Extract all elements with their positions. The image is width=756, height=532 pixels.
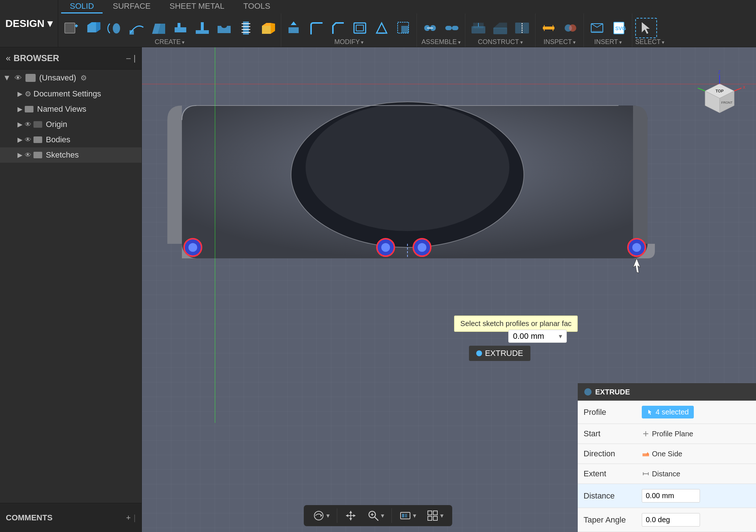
tree-item-named-views[interactable]: ▶ Named Views bbox=[0, 102, 142, 117]
select-icon-small bbox=[647, 409, 653, 416]
svg-marker-22 bbox=[262, 23, 271, 26]
tree-eye-bodies[interactable]: 👁 bbox=[25, 136, 31, 144]
zoom-button[interactable]: ▾ bbox=[364, 508, 387, 523]
web-button[interactable] bbox=[192, 19, 212, 37]
extrude-extent-value[interactable]: Distance bbox=[642, 470, 680, 478]
browser-collapse-button[interactable]: « bbox=[6, 53, 11, 63]
construct-label: CONSTRUCT ▾ bbox=[468, 38, 532, 47]
sweep-button[interactable] bbox=[127, 19, 147, 37]
tab-tools[interactable]: TOOLS bbox=[235, 0, 279, 13]
insert-label: INSERT ▾ bbox=[587, 38, 629, 47]
thread-button[interactable] bbox=[236, 19, 256, 37]
revolve-button[interactable] bbox=[105, 19, 125, 37]
tree-item-bodies[interactable]: ▶ 👁 Bodies bbox=[0, 132, 142, 147]
motion-link-button[interactable] bbox=[442, 19, 462, 37]
measure-button[interactable] bbox=[538, 19, 559, 37]
profile-selected-badge[interactable]: 4 selected bbox=[642, 406, 694, 418]
angle-plane-button[interactable] bbox=[490, 19, 510, 37]
mid-plane-button[interactable] bbox=[512, 19, 532, 37]
taper-angle-input[interactable] bbox=[642, 513, 700, 527]
grid-button[interactable]: ▾ bbox=[423, 508, 446, 523]
draft-button[interactable] bbox=[371, 19, 392, 37]
tree-eye-icon[interactable]: 👁 bbox=[15, 74, 22, 82]
svg-marker-23 bbox=[271, 23, 275, 34]
offset-plane-button[interactable] bbox=[468, 19, 489, 37]
tree-gear-icon: ⚙ bbox=[25, 90, 31, 98]
svg-point-15 bbox=[221, 24, 227, 28]
extrude-panel-header: EXTRUDE bbox=[578, 383, 756, 401]
svg-point-66 bbox=[418, 243, 426, 252]
tree-expand-right-2: ▶ bbox=[17, 105, 23, 113]
tab-surface[interactable]: SURFACE bbox=[104, 0, 159, 13]
tree-expand-right-4: ▶ bbox=[17, 136, 23, 144]
svg-point-62 bbox=[188, 243, 197, 252]
tree-sketches-label: Sketches bbox=[46, 150, 79, 160]
svg-marker-69 bbox=[633, 258, 640, 273]
select-label: SELECT ▾ bbox=[635, 38, 664, 47]
tab-sheet-metal[interactable]: SHEET METAL bbox=[161, 0, 233, 13]
fillet-button[interactable] bbox=[306, 19, 326, 37]
insert-mesh-button[interactable] bbox=[587, 19, 607, 37]
interference-button[interactable] bbox=[560, 19, 581, 37]
tree-eye-origin[interactable]: 👁 bbox=[25, 121, 31, 128]
new-component-button[interactable] bbox=[61, 19, 81, 37]
svg-rect-35 bbox=[445, 26, 452, 30]
extrude-taper-row: Taper Angle bbox=[578, 508, 756, 532]
bottom-toolbar: ▾ ▾ ▾ bbox=[304, 505, 452, 526]
svg-marker-83 bbox=[349, 518, 352, 520]
distance-dropdown-arrow[interactable]: ▾ bbox=[559, 332, 562, 340]
nav-cube[interactable]: TOP FRONT X Z bbox=[694, 69, 745, 122]
shell-button[interactable] bbox=[350, 19, 370, 37]
svg-text:Z: Z bbox=[718, 70, 720, 74]
extrude-start-value[interactable]: Profile Plane bbox=[642, 430, 693, 438]
box-button[interactable] bbox=[258, 19, 278, 37]
extrude-button[interactable] bbox=[83, 19, 103, 37]
comments-add-button[interactable]: + bbox=[126, 513, 131, 523]
hole-button[interactable] bbox=[214, 19, 234, 37]
joint-button[interactable] bbox=[420, 19, 440, 37]
tree-expand-right: ▶ bbox=[17, 90, 23, 98]
pan-button[interactable] bbox=[342, 508, 360, 523]
tree-item-document-settings[interactable]: ▶ ⚙ Document Settings bbox=[0, 86, 142, 102]
svg-text:X: X bbox=[743, 86, 745, 90]
tree-item-sketches[interactable]: ▶ 👁 Sketches bbox=[0, 147, 142, 163]
browser-more-button[interactable]: | bbox=[134, 53, 136, 63]
orbit-button[interactable]: ▾ bbox=[310, 508, 333, 523]
svg-rect-7 bbox=[130, 30, 134, 35]
extrude-start-row: Start Profile Plane bbox=[578, 424, 756, 444]
svg-rect-94 bbox=[433, 511, 437, 515]
design-button[interactable]: DESIGN ▾ bbox=[0, 0, 58, 47]
design-label: DESIGN bbox=[5, 18, 44, 29]
svg-line-77 bbox=[698, 88, 705, 91]
svg-point-6 bbox=[113, 23, 120, 33]
svg-text:SVG: SVG bbox=[615, 25, 626, 31]
tree-item-origin[interactable]: ▶ 👁 Origin bbox=[0, 117, 142, 132]
extrude-panel: EXTRUDE Profile 4 selected Start Profile… bbox=[578, 383, 756, 532]
distance-floating-input[interactable]: ▾ bbox=[508, 330, 567, 343]
tree-eye-sketches[interactable]: 👁 bbox=[25, 151, 31, 159]
loft-button[interactable] bbox=[148, 19, 169, 37]
tab-solid[interactable]: SOLID bbox=[61, 0, 103, 13]
insert-svg-button[interactable]: SVG bbox=[609, 19, 629, 37]
press-pull-button[interactable] bbox=[284, 19, 305, 37]
display-mode-button[interactable]: ▾ bbox=[396, 508, 419, 523]
extrude-direction-row: Direction One Side bbox=[578, 444, 756, 464]
scale-button[interactable] bbox=[393, 19, 414, 37]
svg-rect-27 bbox=[356, 25, 363, 31]
tree-item-root[interactable]: ▼ 👁 (Unsaved) ⚙ bbox=[0, 70, 142, 86]
select-button[interactable] bbox=[635, 18, 657, 38]
svg-text:TOP: TOP bbox=[716, 89, 724, 93]
svg-rect-92 bbox=[405, 514, 407, 517]
comments-divider: | bbox=[134, 513, 136, 523]
rib-button[interactable] bbox=[170, 19, 191, 37]
browser-pin-button[interactable]: – bbox=[126, 53, 131, 63]
extrude-direction-value[interactable]: One Side bbox=[642, 450, 682, 458]
extrude-header-icon bbox=[584, 388, 592, 396]
browser-header: « BROWSER – | bbox=[0, 47, 142, 70]
svg-rect-96 bbox=[433, 516, 437, 520]
svg-marker-54 bbox=[642, 22, 650, 34]
distance-input-field[interactable] bbox=[642, 489, 700, 503]
distance-floating-field[interactable] bbox=[513, 331, 557, 341]
svg-point-64 bbox=[381, 243, 390, 252]
chamfer-button[interactable] bbox=[328, 19, 348, 37]
